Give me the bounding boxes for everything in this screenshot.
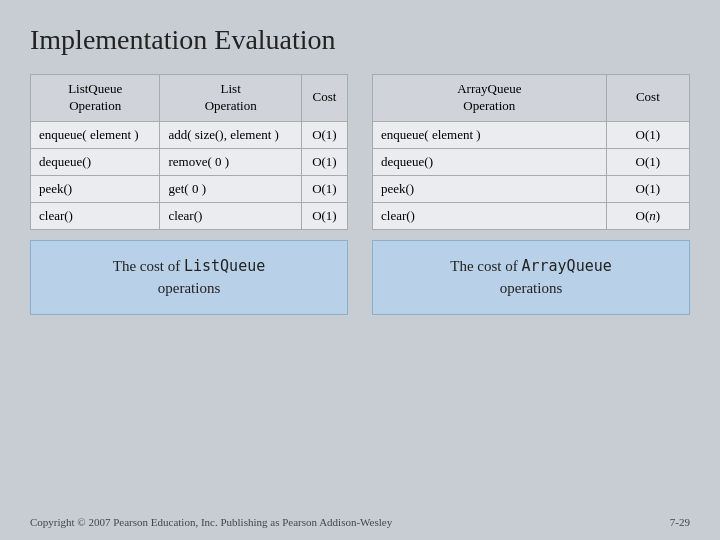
- left-col1-header: ListQueueOperation: [31, 75, 160, 122]
- left-col3-header: Cost: [301, 75, 347, 122]
- right-col1-header: ArrayQueueOperation: [373, 75, 607, 122]
- right-r3-c2: O(1): [606, 175, 689, 202]
- table-row: enqueue( element ) add( size(), element …: [31, 121, 348, 148]
- table-row: dequeue() remove( 0 ) O(1): [31, 148, 348, 175]
- left-caption-mono: ListQueue: [184, 257, 265, 275]
- right-col2-header: Cost: [606, 75, 689, 122]
- right-caption-pre: The cost of: [450, 258, 521, 274]
- right-r4-c2: O(n): [606, 202, 689, 229]
- left-r4-c1: clear(): [31, 202, 160, 229]
- left-r3-c3: O(1): [301, 175, 347, 202]
- left-r4-c3: O(1): [301, 202, 347, 229]
- left-caption: The cost of ListQueue operations: [30, 240, 348, 315]
- copyright-text: Copyright © 2007 Pearson Education, Inc.…: [30, 516, 392, 528]
- right-r4-c1: clear(): [373, 202, 607, 229]
- left-table-block: ListQueueOperation ListOperation Cost en…: [30, 74, 348, 315]
- right-r1-c1: enqueue( element ): [373, 121, 607, 148]
- right-r2-c1: dequeue(): [373, 148, 607, 175]
- table-row: enqueue( element ) O(1): [373, 121, 690, 148]
- left-r2-c2: remove( 0 ): [160, 148, 301, 175]
- table-row: clear() O(n): [373, 202, 690, 229]
- left-r4-c2: clear(): [160, 202, 301, 229]
- right-r2-c2: O(1): [606, 148, 689, 175]
- table-row: peek() O(1): [373, 175, 690, 202]
- right-r1-c2: O(1): [606, 121, 689, 148]
- table-row: dequeue() O(1): [373, 148, 690, 175]
- left-r2-c3: O(1): [301, 148, 347, 175]
- left-r1-c2: add( size(), element ): [160, 121, 301, 148]
- right-caption-mono: ArrayQueue: [521, 257, 611, 275]
- left-r1-c1: enqueue( element ): [31, 121, 160, 148]
- left-caption-post: operations: [158, 280, 220, 296]
- table-row: peek() get( 0 ) O(1): [31, 175, 348, 202]
- right-table-block: ArrayQueueOperation Cost enqueue( elemen…: [372, 74, 690, 315]
- left-caption-pre: The cost of: [113, 258, 184, 274]
- left-col2-header: ListOperation: [160, 75, 301, 122]
- left-r3-c2: get( 0 ): [160, 175, 301, 202]
- tables-row: ListQueueOperation ListOperation Cost en…: [30, 74, 690, 315]
- slide: Implementation Evaluation ListQueueOpera…: [0, 0, 720, 540]
- left-table: ListQueueOperation ListOperation Cost en…: [30, 74, 348, 230]
- right-caption-post: operations: [500, 280, 562, 296]
- slide-title: Implementation Evaluation: [30, 24, 690, 56]
- page-number: 7-29: [670, 516, 690, 528]
- right-table: ArrayQueueOperation Cost enqueue( elemen…: [372, 74, 690, 230]
- left-r3-c1: peek(): [31, 175, 160, 202]
- left-r2-c1: dequeue(): [31, 148, 160, 175]
- left-r1-c3: O(1): [301, 121, 347, 148]
- right-caption: The cost of ArrayQueue operations: [372, 240, 690, 315]
- footer: Copyright © 2007 Pearson Education, Inc.…: [30, 516, 690, 528]
- right-r3-c1: peek(): [373, 175, 607, 202]
- table-row: clear() clear() O(1): [31, 202, 348, 229]
